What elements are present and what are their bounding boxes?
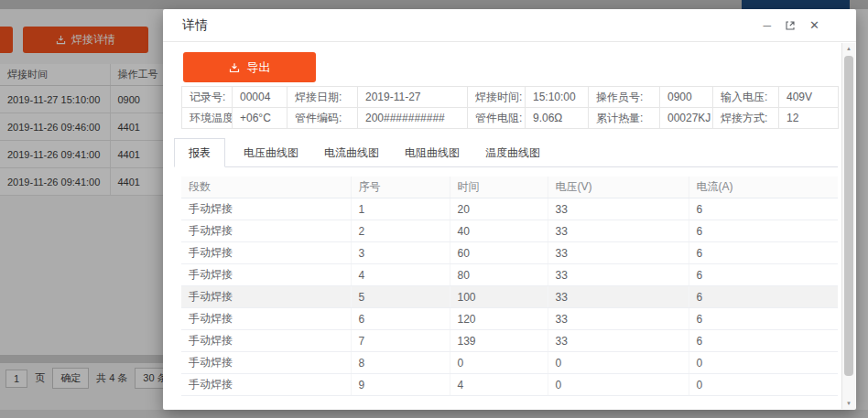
info-label: 输入电压: (713, 87, 779, 108)
table-cell: 6 (689, 264, 838, 286)
table-row[interactable]: 手动焊接480336 (181, 264, 838, 286)
window-controls: ─ ✕ (764, 19, 819, 31)
table-cell: 0 (450, 352, 548, 374)
table-cell: 手动焊接 (181, 352, 351, 374)
table-cell: 手动焊接 (181, 374, 351, 396)
table-cell: 100 (450, 286, 548, 308)
table-cell: 6 (689, 308, 838, 330)
table-row[interactable]: 手动焊接7139336 (181, 330, 838, 352)
table-row[interactable]: 手动焊接9400 (181, 374, 838, 396)
scroll-up-icon[interactable]: ▲ (842, 43, 855, 54)
table-cell: 8 (351, 352, 450, 374)
table-cell: 0 (689, 352, 838, 374)
table-cell: 1 (351, 198, 450, 220)
table-cell: 33 (548, 308, 689, 330)
table-cell: 5 (351, 286, 450, 308)
info-value: 00004 (233, 87, 288, 108)
info-value: +06°C (233, 108, 288, 129)
table-cell: 手动焊接 (181, 198, 351, 220)
table-cell: 9 (351, 374, 450, 396)
table-cell: 6 (689, 242, 838, 264)
info-label: 记录号: (182, 87, 233, 108)
table-cell: 60 (450, 242, 548, 264)
info-value: 9.06Ω (526, 108, 589, 129)
table-cell: 4 (450, 374, 548, 396)
table-cell: 手动焊接 (181, 220, 351, 242)
detail-modal: 详情 ─ ✕ 导出 (163, 9, 856, 410)
column-header[interactable]: 时间 (450, 177, 548, 198)
table-cell: 0 (548, 352, 689, 374)
info-label: 环境温度: (182, 108, 233, 129)
close-icon[interactable]: ✕ (809, 19, 819, 31)
report-table: 段数 序号 时间 电压(V) 电流(A) 手动焊接120336手动焊接24033… (181, 177, 838, 396)
table-cell: 6 (689, 286, 838, 308)
table-cell: 手动焊接 (181, 264, 351, 286)
table-cell: 40 (450, 220, 548, 242)
table-cell: 3 (351, 242, 450, 264)
table-cell: 2 (351, 220, 450, 242)
info-label: 焊接时间: (468, 87, 526, 108)
info-value: 200########## (358, 108, 468, 129)
export-label: 导出 (247, 59, 271, 76)
table-cell: 0 (548, 374, 689, 396)
tab-电流曲线图[interactable]: 电流曲线图 (317, 139, 386, 166)
table-row[interactable]: 手动焊接120336 (181, 198, 838, 220)
table-header-row: 段数 序号 时间 电压(V) 电流(A) (181, 177, 838, 198)
table-cell: 0 (689, 374, 838, 396)
table-cell: 6 (689, 198, 838, 220)
table-cell: 33 (548, 242, 689, 264)
table-cell: 6 (689, 330, 838, 352)
info-label: 管件电阻: (468, 108, 526, 129)
export-icon (229, 62, 240, 73)
scroll-down-icon[interactable]: ▼ (842, 398, 855, 409)
table-cell: 手动焊接 (181, 286, 351, 308)
table-cell: 手动焊接 (181, 242, 351, 264)
tab-报表[interactable]: 报表 (174, 138, 225, 167)
info-row: 记录号:00004焊接日期:2019-11-27焊接时间:15:10:00操作员… (182, 87, 839, 108)
table-cell: 120 (450, 308, 548, 330)
tab-温度曲线图[interactable]: 温度曲线图 (478, 139, 548, 166)
info-label: 焊接日期: (288, 87, 358, 108)
info-row: 环境温度:+06°C管件编码:200##########管件电阻:9.06Ω累计… (182, 108, 839, 129)
tab-电压曲线图[interactable]: 电压曲线图 (236, 139, 306, 166)
info-value: 15:10:00 (526, 87, 589, 108)
table-cell: 7 (351, 330, 450, 352)
table-cell: 33 (548, 330, 689, 352)
info-label: 累计热量: (589, 108, 660, 129)
table-cell: 33 (548, 198, 689, 220)
table-cell: 手动焊接 (181, 308, 351, 330)
table-cell: 6 (351, 308, 450, 330)
table-row[interactable]: 手动焊接8000 (181, 352, 838, 374)
table-cell: 4 (351, 264, 450, 286)
table-row[interactable]: 手动焊接240336 (181, 220, 838, 242)
table-cell: 80 (450, 264, 548, 286)
maximize-icon[interactable] (785, 20, 796, 31)
modal-header: 详情 ─ ✕ (163, 9, 856, 42)
table-row[interactable]: 手动焊接6120336 (181, 308, 838, 330)
export-button[interactable]: 导出 (183, 52, 316, 82)
info-value: 00027KJ (660, 108, 713, 129)
table-cell: 33 (548, 220, 689, 242)
minimize-icon[interactable]: ─ (764, 20, 772, 31)
column-header[interactable]: 段数 (181, 177, 351, 198)
column-header[interactable]: 电压(V) (548, 177, 689, 198)
column-header[interactable]: 电流(A) (689, 177, 838, 198)
tab-电阻曲线图[interactable]: 电阻曲线图 (397, 139, 467, 166)
info-value: 0900 (660, 87, 713, 108)
scrollbar-thumb[interactable] (844, 56, 853, 376)
screen: 焊接详情 焊接时间 操作工号 2019-11-27 15:10:00090020… (0, 0, 868, 418)
modal-scrollbar[interactable]: ▲ ▼ (841, 43, 855, 409)
info-value: 12 (779, 108, 839, 129)
table-cell: 33 (548, 264, 689, 286)
tab-bar: 报表电压曲线图电流曲线图电阻曲线图温度曲线图 (174, 139, 838, 167)
info-value: 409V (779, 87, 839, 108)
table-cell: 139 (450, 330, 548, 352)
table-row[interactable]: 手动焊接5100336 (181, 286, 838, 308)
table-cell: 20 (450, 198, 548, 220)
table-row[interactable]: 手动焊接360336 (181, 242, 838, 264)
table-cell: 33 (548, 286, 689, 308)
info-label: 管件编码: (288, 108, 358, 129)
column-header[interactable]: 序号 (351, 177, 450, 198)
modal-title: 详情 (182, 17, 208, 34)
table-cell: 手动焊接 (181, 330, 351, 352)
